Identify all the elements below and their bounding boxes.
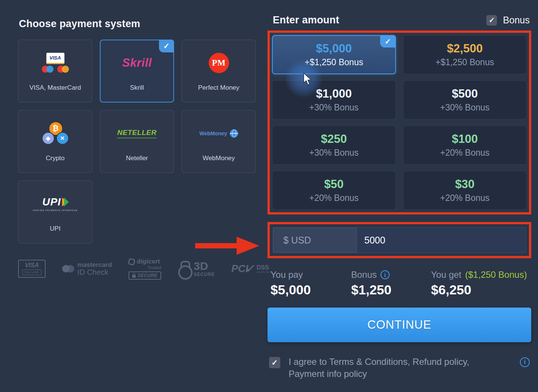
maestro-icon: [42, 66, 53, 73]
amount-tiles-grid: ✓ $5,000 +$1,250 Bonus $2,500 +$1,250 Bo…: [272, 35, 527, 210]
bonus-toggle[interactable]: ✓ Bonus: [486, 15, 530, 26]
method-label: Skrill: [130, 84, 144, 92]
digicert-badge: digicert Trusted SECURE: [128, 258, 161, 280]
method-card-neteller[interactable]: NETELLER Neteller: [100, 110, 174, 173]
lock-icon: [132, 275, 136, 278]
enter-amount-title: Enter amount: [273, 14, 339, 26]
mastercard-id-check-badge: mastercard ID Check: [62, 261, 112, 277]
mastercard-circles-icon: [62, 265, 74, 273]
bonus-toggle-label: Bonus: [503, 15, 530, 26]
method-label: WebMoney: [203, 155, 235, 162]
method-card-visa-mastercard[interactable]: VISA VISA, MasterCard: [18, 40, 92, 103]
method-label: Perfect Money: [198, 84, 240, 92]
pci-dss-badge: PCI ✓ DSS COMPLIANT: [231, 263, 272, 275]
terms-text[interactable]: I agree to Terms & Conditions, Refund po…: [289, 356, 502, 380]
terms-row: ✓ I agree to Terms & Conditions, Refund …: [267, 356, 531, 380]
you-get-label: You get ($1,250 Bonus): [431, 270, 528, 280]
selected-check-icon: ✓: [159, 40, 174, 52]
annotation-box-amounts: ✓ $5,000 +$1,250 Bonus $2,500 +$1,250 Bo…: [267, 31, 531, 214]
method-card-upi[interactable]: UPI UNIFIED PAYMENTS INTERFACE UPI: [18, 181, 92, 243]
skrill-logo: Skrill: [122, 51, 152, 75]
method-card-skrill[interactable]: ✓ Skrill Skrill: [100, 40, 174, 103]
mastercard-icon: [57, 66, 69, 73]
you-get-bonus-note: ($1,250 Bonus): [465, 270, 527, 280]
visa-card-icon: VISA: [46, 53, 64, 64]
security-badges-row: VISA SECURE mastercard ID Check digicert…: [18, 258, 256, 280]
terms-info-icon[interactable]: i: [520, 357, 530, 367]
bonus-info-icon[interactable]: i: [381, 270, 390, 279]
ripple-icon: ✕: [56, 132, 69, 145]
currency-selector[interactable]: $ USD: [273, 228, 357, 253]
selected-check-icon: ✓: [380, 35, 396, 47]
method-label: Crypto: [46, 155, 64, 162]
method-label: UPI: [50, 225, 60, 233]
summary-row: You pay $5,000 Bonus i $1,250 You get ($…: [267, 270, 531, 297]
payment-methods-grid: VISA VISA, MasterCard ✓ Skrill Skrill PM…: [18, 40, 256, 243]
method-card-webmoney[interactable]: WebMoney WebMoney: [182, 110, 256, 173]
you-pay-label: You pay: [271, 270, 351, 280]
annotation-box-input: $ USD: [267, 222, 531, 258]
you-pay-value: $5,000: [271, 282, 351, 297]
amount-tile-50[interactable]: $50 +20% Bonus: [272, 171, 396, 210]
method-card-crypto[interactable]: ₿ ◆ ✕ Crypto: [18, 110, 92, 173]
webmoney-logo: WebMoney: [199, 121, 238, 145]
visa-mastercard-logo: VISA: [42, 51, 69, 75]
upi-logo: UPI UNIFIED PAYMENTS INTERFACE: [33, 192, 78, 216]
bonus-checkbox[interactable]: ✓: [486, 15, 497, 26]
amount-input[interactable]: [357, 228, 526, 253]
you-get-value: $6,250: [431, 282, 528, 297]
amount-tile-500[interactable]: $500 +30% Bonus: [403, 80, 527, 119]
method-card-perfect-money[interactable]: PM Perfect Money: [182, 40, 256, 103]
digicert-ring-icon: [128, 258, 135, 265]
visa-secure-badge: VISA SECURE: [18, 260, 46, 278]
enter-amount-panel: Enter amount ✓ Bonus ✓ $5,000 +$1,250 Bo…: [267, 14, 531, 380]
method-label: Neteller: [126, 155, 148, 162]
method-label: VISA, MasterCard: [29, 84, 81, 92]
choose-payment-title: Choose payment system: [19, 18, 256, 30]
pci-check-icon: ✓: [245, 262, 254, 275]
padlock-icon: [178, 261, 191, 277]
ethereum-icon: ◆: [42, 132, 55, 145]
amount-tile-1000[interactable]: $1,000 +30% Bonus: [272, 80, 396, 119]
amount-tile-2500[interactable]: $2,500 +$1,250 Bonus: [403, 35, 527, 74]
deposit-page: { "colors": { "background": "#2b3548", "…: [0, 0, 538, 392]
amount-tile-100[interactable]: $100 +20% Bonus: [403, 126, 527, 165]
bonus-summary-label: Bonus i: [351, 270, 431, 280]
3d-secure-badge: 3D SECURE: [178, 260, 215, 277]
payment-system-panel: Choose payment system VISA VISA, MasterC…: [18, 18, 256, 280]
upi-arrow-icon: [62, 198, 68, 207]
crypto-logo: ₿ ◆ ✕: [40, 121, 71, 145]
amount-tile-5000[interactable]: ✓ $5,000 +$1,250 Bonus: [272, 35, 396, 74]
amount-tile-250[interactable]: $250 +30% Bonus: [272, 126, 396, 165]
neteller-logo: NETELLER: [117, 121, 156, 145]
webmoney-globe-icon: [230, 129, 238, 138]
perfect-money-logo: PM: [209, 51, 229, 75]
continue-button[interactable]: CONTINUE: [267, 308, 531, 342]
amount-tile-30[interactable]: $30 +20% Bonus: [403, 171, 527, 210]
terms-checkbox[interactable]: ✓: [269, 357, 280, 368]
bonus-value: $1,250: [351, 282, 431, 297]
